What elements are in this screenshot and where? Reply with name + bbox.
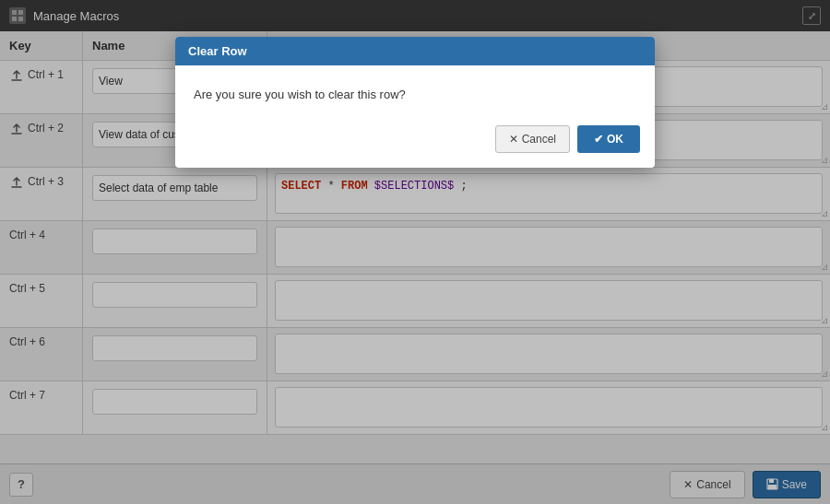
dialog-ok-icon: ✔ xyxy=(594,133,603,146)
dialog-ok-label: OK xyxy=(607,133,623,146)
clear-row-dialog: Clear Row Are you sure you wish to clear… xyxy=(175,37,655,168)
dialog-cancel-button[interactable]: ✕ Cancel xyxy=(495,125,570,153)
main-window: Manage Macros ⤢ Key Name SQL Ctrl + 1 xyxy=(0,0,830,504)
dialog-title: Clear Row xyxy=(175,37,655,65)
dialog-cancel-label: Cancel xyxy=(522,133,556,146)
dialog-cancel-icon: ✕ xyxy=(509,133,518,146)
dialog-message: Are you sure you wish to clear this row? xyxy=(175,65,655,116)
dialog-ok-button[interactable]: ✔ OK xyxy=(577,125,640,153)
dialog-footer: ✕ Cancel ✔ OK xyxy=(175,116,655,168)
modal-overlay: Clear Row Are you sure you wish to clear… xyxy=(0,0,830,504)
